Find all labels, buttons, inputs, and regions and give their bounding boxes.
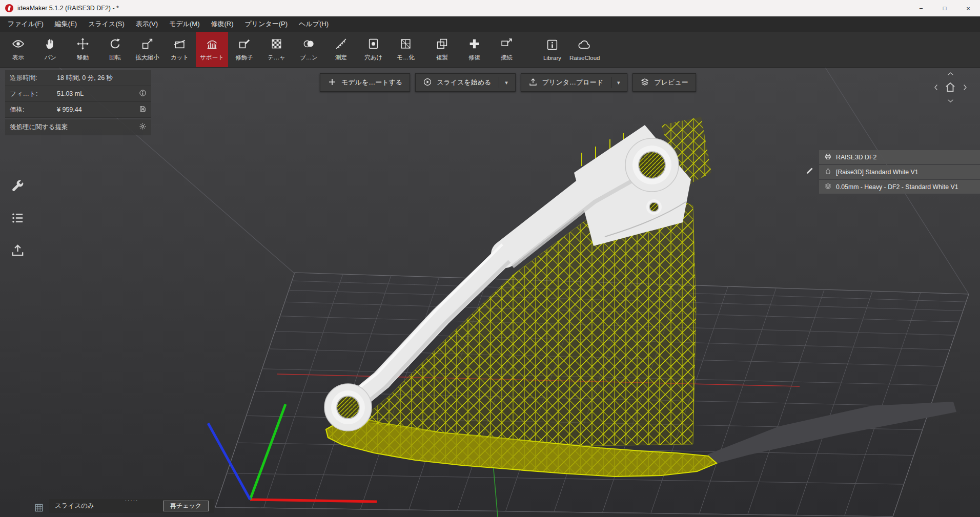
measure-icon [335, 37, 348, 51]
stat-filament: フィ…ト: 51.03 mL [5, 86, 151, 102]
model-top-hole [639, 152, 665, 178]
plus-icon [328, 77, 337, 88]
model-list-button[interactable] [10, 211, 25, 228]
support-icon [206, 37, 218, 51]
app-window: ideaMaker 5.1.2 (RAISE3D DF2) - * − □ × … [0, 0, 980, 517]
menu-slice[interactable]: スライス(S) [83, 16, 130, 32]
menu-model[interactable]: モデル(M) [164, 16, 205, 32]
post-processing-suggestion[interactable]: 後処理に関する提案 [5, 119, 151, 135]
boolean-icon [302, 37, 315, 51]
export-icon [10, 251, 25, 259]
recheck-button[interactable]: 再チェック [163, 501, 209, 511]
tool-view[interactable]: 表示 [2, 32, 34, 67]
slice-status-bar[interactable]: ····· スライスのみ 再チェック [49, 499, 214, 513]
template-row[interactable]: 0.05mm - Heavy - DF2 - Standard White V1 [819, 180, 980, 194]
stat-print-time: 造形時間: 18 時間, 0 分, 26 秒 [5, 70, 151, 86]
eye-icon [12, 37, 25, 51]
cut-icon [173, 37, 186, 51]
tool-connect[interactable]: 接続 [491, 32, 523, 67]
upload-dropdown-caret[interactable]: ▾ [617, 79, 620, 86]
resin-drop-icon [824, 168, 832, 177]
rotate-icon [109, 37, 121, 51]
printer-icon [824, 153, 832, 162]
tool-rotate[interactable]: 回転 [99, 32, 131, 67]
rotate-down-button[interactable] [943, 95, 957, 108]
menubar: ファイル(F) 編集(E) スライス(S) 表示(V) モデル(M) 修復(R)… [0, 16, 980, 32]
import-model-button[interactable]: モデルを…ートする [320, 73, 410, 92]
tool-scale[interactable]: 拡大縮小 [131, 32, 164, 67]
move-icon [76, 37, 89, 51]
upload-printer-button[interactable]: プリンタ…プロード ▾ [521, 73, 628, 92]
menu-help[interactable]: ヘルプ(H) [293, 16, 334, 32]
modifier-icon [238, 37, 251, 51]
list-icon [10, 218, 25, 227]
drag-handle-dots[interactable]: ····· [125, 498, 139, 503]
tool-modifier[interactable]: 修飾子 [228, 32, 260, 67]
tool-repair[interactable]: 修復 [458, 32, 491, 67]
window-title: ideaMaker 5.1.2 (RAISE3D DF2) - * [17, 5, 119, 12]
tool-boolean[interactable]: ブ…ン [293, 32, 325, 67]
duplicate-icon [436, 37, 448, 51]
pencil-icon [805, 167, 814, 177]
toolbar: 表示 パン 移動 回転 拡大縮小 カット サポート 修飾子 [0, 32, 980, 68]
material-row[interactable]: [Raise3D] Standard White V1 [819, 165, 980, 179]
app-logo-icon [5, 4, 13, 12]
slice-mode-label: スライスのみ [55, 502, 94, 510]
viewport-3d[interactable]: 造形時間: 18 時間, 0 分, 26 秒 フィ…ト: 51.03 mL 価格… [0, 68, 980, 517]
mesh-icon [399, 37, 412, 51]
side-toolbar [10, 178, 25, 260]
close-button[interactable]: × [956, 0, 980, 16]
grid-view-icon[interactable] [34, 503, 44, 515]
tool-move[interactable]: 移動 [67, 32, 99, 67]
tool-pan[interactable]: パン [34, 32, 67, 67]
chevron-right-icon [961, 84, 969, 93]
menu-repair[interactable]: 修復(R) [205, 16, 239, 32]
rotate-left-button[interactable] [929, 81, 943, 95]
connect-icon [500, 37, 513, 51]
chevron-down-icon [947, 97, 954, 107]
gear-icon[interactable] [139, 122, 147, 132]
slice-dropdown-caret[interactable]: ▾ [505, 79, 508, 86]
titlebar: ideaMaker 5.1.2 (RAISE3D DF2) - * − □ × [0, 0, 980, 16]
edit-config-button[interactable] [800, 150, 819, 194]
model-small-hole [649, 202, 659, 212]
tool-duplicate[interactable]: 複製 [426, 32, 458, 67]
rotate-right-button[interactable] [957, 81, 972, 95]
tool-texture[interactable]: テ…ャ [260, 32, 293, 67]
settings-wrench-button[interactable] [10, 178, 25, 195]
tool-mesh[interactable]: モ…化 [390, 32, 422, 67]
hand-pan-icon [44, 37, 57, 51]
tool-hole[interactable]: 穴あけ [357, 32, 390, 67]
hole-icon [367, 37, 380, 51]
menu-printer[interactable]: プリンター(P) [239, 16, 294, 32]
menu-edit[interactable]: 編集(E) [49, 16, 83, 32]
upload-icon [528, 77, 538, 88]
printer-config-panel: RAISE3D DF2 [Raise3D] Standard White V1 … [800, 150, 980, 194]
tool-library[interactable]: Library [536, 32, 568, 67]
save-icon[interactable] [139, 105, 147, 114]
menu-file[interactable]: ファイル(F) [2, 16, 49, 32]
export-button[interactable] [10, 243, 25, 260]
wrench-icon [10, 186, 25, 195]
tool-support[interactable]: サポート [196, 32, 228, 67]
start-slice-button[interactable]: スライスを始める ▾ [415, 73, 516, 92]
minimize-button[interactable]: − [909, 0, 933, 16]
rotate-up-button[interactable] [943, 68, 957, 81]
info-icon[interactable] [139, 89, 147, 98]
stat-price: 価格: ¥ 959.44 [5, 102, 151, 118]
texture-icon [270, 37, 283, 51]
play-icon [423, 77, 432, 88]
tool-measure[interactable]: 測定 [325, 32, 357, 67]
printer-row[interactable]: RAISE3D DF2 [819, 150, 980, 164]
raisecloud-icon [578, 38, 591, 52]
view-nav-cluster [929, 68, 972, 108]
layers-icon [824, 182, 832, 192]
tool-raisecloud[interactable]: RaiseCloud [568, 32, 601, 67]
library-icon [546, 38, 559, 52]
home-view-button[interactable] [943, 81, 957, 95]
maximize-button[interactable]: □ [933, 0, 956, 16]
preview-button[interactable]: プレビュー [632, 73, 696, 92]
tool-cut[interactable]: カット [164, 32, 196, 67]
chevron-up-icon [947, 70, 954, 80]
menu-view[interactable]: 表示(V) [130, 16, 164, 32]
